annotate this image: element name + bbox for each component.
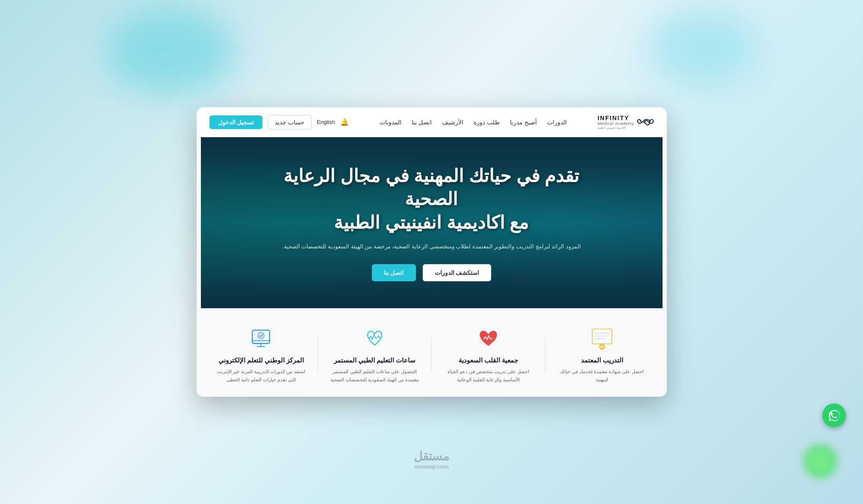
- feature-heart-title: جمعية القلب السعودية: [441, 357, 535, 364]
- nav-links: الدورات أصبح مدربا طلب دورة الأرشيف اتصل…: [380, 118, 567, 126]
- hero-title-line1: تقدم في حياتك المهنية في مجال الرعاية: [283, 166, 579, 186]
- nav-actions: تسجيل الدخول حساب جديد English 🔔: [209, 115, 349, 130]
- certificate-icon: [589, 326, 615, 351]
- watermark-arabic: مستقل: [414, 450, 449, 463]
- nav-item-trainer[interactable]: أصبح مدربا: [510, 118, 537, 126]
- nav-item-contact[interactable]: اتصل بنا: [412, 118, 432, 126]
- explore-courses-button[interactable]: استكشف الدورات: [423, 264, 492, 281]
- brand-arabic: أكاديمية إنفينيتي الطبية: [598, 126, 634, 130]
- hero-title-line2: الصحية: [405, 189, 458, 209]
- nav-item-request[interactable]: طلب دورة: [474, 118, 500, 126]
- divider-3: [318, 338, 318, 372]
- infinity-logo-icon: [637, 116, 654, 129]
- contact-button[interactable]: اتصل بنا: [372, 264, 416, 281]
- nav-link-trainer[interactable]: أصبح مدربا: [510, 119, 537, 126]
- notification-bell-icon[interactable]: 🔔: [340, 118, 349, 126]
- divider-2: [431, 338, 432, 372]
- feature-accredited: التدريب المعتمد احصل على شهادة معتمدة لخ…: [555, 326, 649, 383]
- national-icon: [248, 326, 274, 351]
- hero-section: تقدم في حياتك المهنية في مجال الرعاية ال…: [201, 137, 663, 308]
- hero-content: تقدم في حياتك المهنية في مجال الرعاية ال…: [274, 156, 589, 290]
- hero-buttons: استكشف الدورات اتصل بنا: [282, 264, 581, 281]
- brand-name: INFINITY: [598, 115, 634, 121]
- login-button[interactable]: تسجيل الدخول: [209, 115, 263, 129]
- bg-decoration-2: [649, 9, 756, 85]
- feature-cme-desc: الحصول على ساعات التعليم الطبي المستمر م…: [328, 368, 422, 383]
- hero-title-line3: مع اكاديمية انفينيتي الطبية: [334, 212, 529, 233]
- hero-title: تقدم في حياتك المهنية في مجال الرعاية ال…: [282, 165, 581, 235]
- brand-logo: INFINITY Medical Academy أكاديمية إنفيني…: [598, 115, 654, 129]
- svg-point-0: [645, 121, 646, 123]
- nav-item-archive[interactable]: الأرشيف: [442, 118, 463, 126]
- nav-link-request[interactable]: طلب دورة: [474, 119, 500, 126]
- feature-heart: جمعية القلب السعودية احصل على تدريب متخص…: [441, 326, 535, 383]
- feature-accredited-desc: احصل على شهادة معتمدة لخدمك في حياتك الم…: [555, 368, 649, 383]
- nav-item-courses[interactable]: الدورات: [547, 118, 567, 126]
- navbar: INFINITY Medical Academy أكاديمية إنفيني…: [197, 107, 667, 137]
- heart-icon: [475, 326, 501, 351]
- svg-point-5: [599, 343, 605, 350]
- brand-subtitle: Medical Academy: [598, 122, 634, 126]
- whatsapp-button[interactable]: [822, 404, 846, 427]
- feature-national: المركز الوطني للتعلم الإلكتروني استفد من…: [214, 326, 308, 383]
- feature-cme-title: ساعات التعليم الطبي المستمر: [328, 357, 422, 364]
- features-section: التدريب المعتمد احصل على شهادة معتمدة لخ…: [197, 308, 667, 396]
- feature-national-desc: استفد من الدورات التدريبية المرنة عبر ال…: [214, 368, 308, 383]
- register-button[interactable]: حساب جديد: [268, 115, 312, 130]
- watermark-url: mostaqi.com: [414, 463, 449, 470]
- nav-link-blog[interactable]: المدونات: [380, 119, 401, 126]
- browser-window: INFINITY Medical Academy أكاديمية إنفيني…: [197, 107, 667, 396]
- nav-item-blog[interactable]: المدونات: [380, 118, 401, 126]
- cme-icon: [362, 326, 388, 351]
- decorative-circle: [803, 444, 837, 478]
- feature-accredited-title: التدريب المعتمد: [555, 357, 649, 364]
- feature-national-title: المركز الوطني للتعلم الإلكتروني: [214, 357, 308, 364]
- divider-1: [545, 338, 545, 372]
- language-switcher[interactable]: English: [317, 119, 335, 125]
- brand-logo-container: INFINITY Medical Academy أكاديمية إنفيني…: [598, 115, 654, 129]
- bg-decoration-1: [107, 9, 235, 94]
- watermark: مستقل mostaqi.com: [414, 449, 449, 470]
- nav-link-archive[interactable]: الأرشيف: [442, 119, 463, 126]
- whatsapp-icon: [828, 409, 841, 422]
- nav-link-contact[interactable]: اتصل بنا: [412, 119, 432, 126]
- svg-point-10: [258, 333, 264, 339]
- feature-cme: ساعات التعليم الطبي المستمر الحصول على س…: [328, 326, 422, 383]
- nav-link-courses[interactable]: الدورات: [547, 119, 567, 126]
- feature-heart-desc: احصل على تدريب متخصص في دعم الحياة الأسا…: [441, 368, 535, 383]
- brand-text-container: INFINITY Medical Academy أكاديمية إنفيني…: [598, 115, 634, 129]
- hero-subtitle: المزود الرائد لبرامج التدريب والتطوير ال…: [282, 242, 581, 251]
